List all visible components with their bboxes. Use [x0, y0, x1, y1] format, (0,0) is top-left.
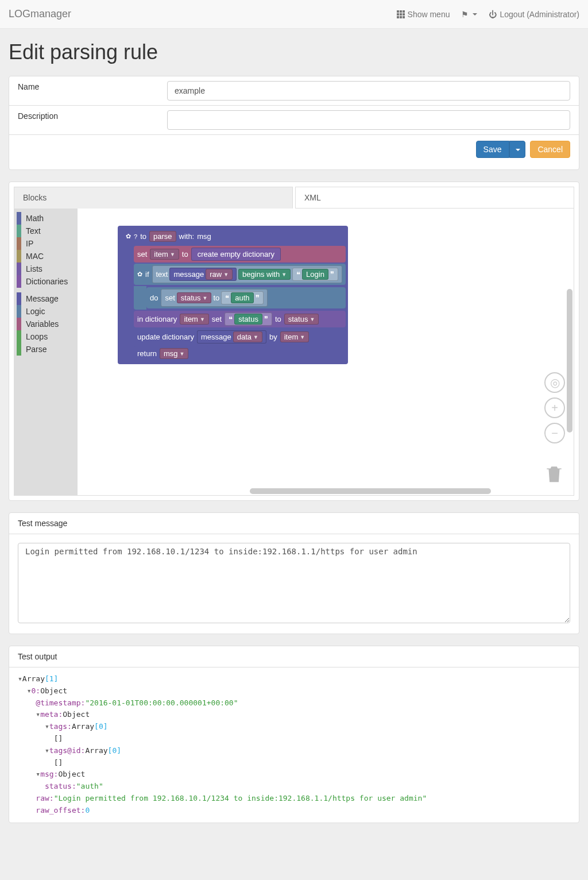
toolbox-text[interactable]: Text [14, 225, 78, 237]
toolbox-ip[interactable]: IP [14, 237, 78, 250]
save-button[interactable]: Save [476, 141, 509, 158]
name-input[interactable] [167, 81, 570, 101]
toolbox-logic[interactable]: Logic [14, 305, 78, 318]
toolbox-variables[interactable]: Variables [14, 318, 78, 330]
toolbox-loops[interactable]: Loops [14, 330, 78, 343]
grid-icon [397, 10, 405, 18]
toolbox-mac[interactable]: MAC [14, 250, 78, 263]
toolbox-message[interactable]: Message [14, 292, 78, 305]
vertical-scrollbar[interactable] [567, 289, 572, 433]
show-menu-link[interactable]: Show menu [397, 10, 450, 19]
flag-dropdown[interactable]: ⚑ [461, 10, 477, 19]
trash-icon[interactable] [543, 463, 565, 487]
toolbox-dictionaries[interactable]: Dictionaries [14, 275, 78, 288]
zoom-out-button[interactable]: − [544, 423, 565, 443]
test-message-label: Test message [9, 513, 579, 534]
toolbox-math[interactable]: Math [14, 212, 78, 225]
test-output-label: Test output [9, 646, 579, 667]
description-input[interactable] [167, 110, 570, 130]
gear-icon[interactable]: ✿ [137, 271, 142, 278]
toolbox: MathTextIPMACListsDictionariesMessageLog… [14, 209, 78, 495]
name-label: Name [9, 76, 158, 105]
test-output-tree: ▾Array[1] ▾0:Object @timestamp:"2016-01-… [9, 667, 579, 823]
blockly-canvas[interactable]: ✿?toparsewith:msg setitem▼tocreate empty… [78, 209, 574, 495]
toolbox-parse[interactable]: Parse [14, 343, 78, 356]
page-title: Edit parsing rule [9, 40, 579, 64]
help-icon[interactable]: ? [134, 233, 137, 240]
zoom-in-button[interactable]: + [544, 397, 565, 418]
block-program[interactable]: ✿?toparsewith:msg setitem▼tocreate empty… [118, 226, 348, 364]
toolbox-lists[interactable]: Lists [14, 263, 78, 275]
test-message-input[interactable] [18, 543, 570, 623]
horizontal-scrollbar[interactable] [250, 488, 491, 494]
cancel-button[interactable]: Cancel [530, 141, 570, 158]
logout-link[interactable]: ⏻ Logout (Administrator) [489, 10, 579, 19]
save-dropdown-button[interactable] [509, 141, 525, 158]
center-button[interactable]: ◎ [544, 372, 565, 393]
tab-blocks[interactable]: Blocks [14, 187, 293, 209]
power-icon: ⏻ [489, 10, 497, 19]
brand[interactable]: LOGmanager [9, 8, 71, 20]
tab-xml[interactable]: XML [295, 187, 574, 209]
gear-icon[interactable]: ✿ [126, 233, 131, 240]
description-label: Description [9, 106, 158, 134]
flag-icon: ⚑ [461, 10, 469, 19]
